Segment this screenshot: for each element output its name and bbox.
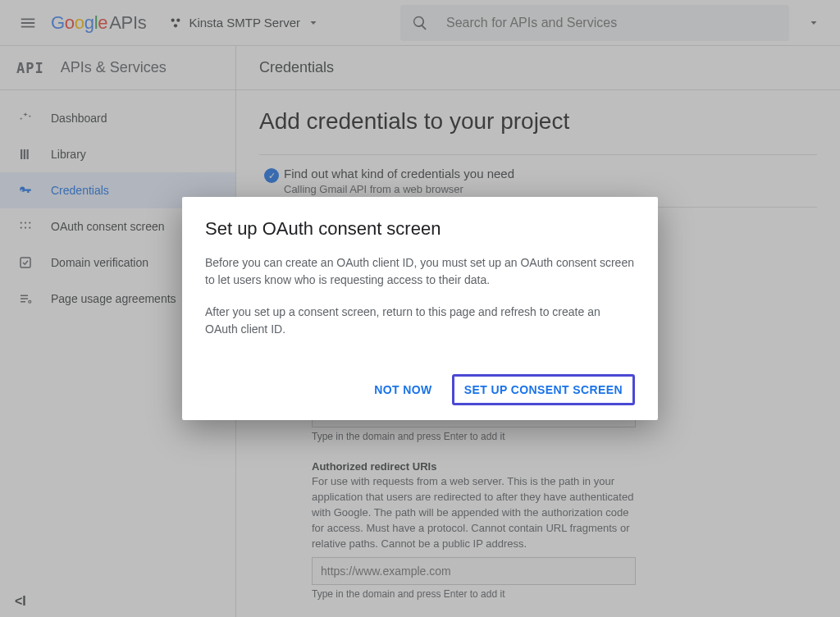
oauth-consent-dialog: Set up OAuth consent screen Before you c… bbox=[182, 197, 658, 420]
not-now-button[interactable]: NOT NOW bbox=[363, 374, 443, 405]
dialog-paragraph-2: After you set up a consent screen, retur… bbox=[205, 304, 635, 338]
dialog-actions: NOT NOW SET UP CONSENT SCREEN bbox=[205, 374, 635, 405]
modal-overlay[interactable]: Set up OAuth consent screen Before you c… bbox=[0, 0, 840, 617]
dialog-body: Before you can create an OAuth client ID… bbox=[205, 254, 635, 338]
dialog-title: Set up OAuth consent screen bbox=[205, 218, 635, 240]
setup-consent-screen-button[interactable]: SET UP CONSENT SCREEN bbox=[452, 374, 635, 405]
dialog-paragraph-1: Before you can create an OAuth client ID… bbox=[205, 254, 635, 289]
